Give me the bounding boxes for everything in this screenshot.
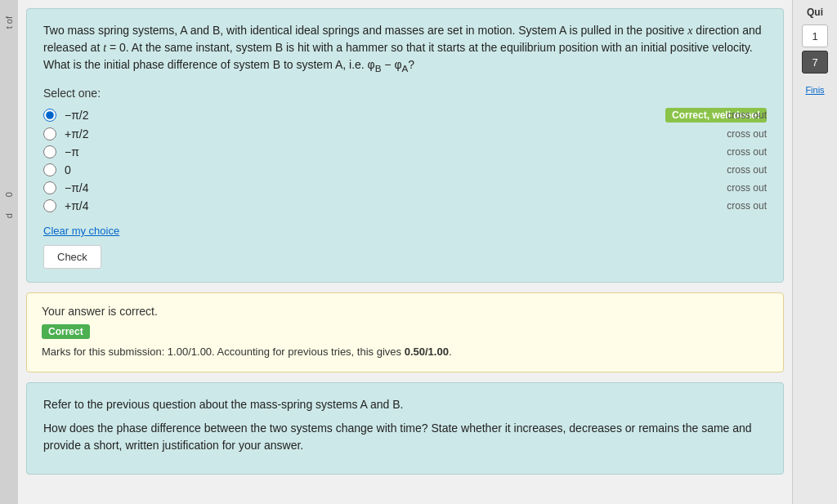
sidebar-finish[interactable]: Finis <box>802 85 827 95</box>
math-t: t <box>103 42 106 54</box>
left-strip-text2: 0 <box>4 192 14 197</box>
question-block: Two mass spring systems, A and B, with i… <box>26 8 784 283</box>
question-text: Two mass spring systems, A and B, with i… <box>43 22 767 75</box>
cross-out-6[interactable]: cross out <box>727 200 767 212</box>
option-label-3: −π <box>65 145 767 158</box>
option-radio-6[interactable] <box>43 199 56 212</box>
cross-out-2[interactable]: cross out <box>727 128 767 140</box>
option-radio-3[interactable] <box>43 145 56 158</box>
cross-out-4[interactable]: cross out <box>727 164 767 176</box>
left-strip: t of 0 d <box>0 0 18 504</box>
option-label-1: −π/2 <box>65 109 657 122</box>
phi-A-sub: A <box>402 63 409 74</box>
cross-out-5[interactable]: cross out <box>727 182 767 194</box>
option-row-4: 0 cross out <box>43 163 767 176</box>
clear-my-choice-button[interactable]: Clear my choice <box>43 225 119 237</box>
left-strip-text1: t of <box>4 16 14 29</box>
sidebar-item-7[interactable]: 7 <box>802 51 828 74</box>
option-label-5: −π/4 <box>65 181 767 194</box>
marks-dot: . <box>449 346 452 358</box>
option-row-1: −π/2 Correct, well done! cross out <box>43 108 767 123</box>
option-label-4: 0 <box>65 163 767 176</box>
left-strip-text3: d <box>4 213 14 218</box>
option-row-5: −π/4 cross out <box>43 181 767 194</box>
next-q-refer: Refer to the previous question about the… <box>43 396 767 413</box>
feedback-block: Your answer is correct. Correct Marks fo… <box>26 292 784 372</box>
option-row-2: +π/2 cross out <box>43 127 767 140</box>
option-label-2: +π/2 <box>65 127 767 140</box>
math-x: x <box>687 25 692 37</box>
correct-tag: Correct <box>42 324 90 339</box>
option-radio-1[interactable] <box>43 109 56 122</box>
next-question-block: Refer to the previous question about the… <box>26 382 784 475</box>
right-sidebar: Qui 1 7 Finis <box>792 0 837 504</box>
marks-strong: 0.50/1.00 <box>405 346 449 358</box>
feedback-correct-text: Your answer is correct. <box>42 305 768 318</box>
marks-text-prefix: Marks for this submission: 1.00/1.00. Ac… <box>42 346 405 358</box>
sidebar-item-1[interactable]: 1 <box>802 25 828 47</box>
option-radio-5[interactable] <box>43 181 56 194</box>
cross-out-1[interactable]: cross out <box>727 109 767 121</box>
next-q-question: How does the phase difference between th… <box>43 420 767 454</box>
option-radio-4[interactable] <box>43 163 56 176</box>
check-button[interactable]: Check <box>43 245 101 269</box>
select-one-label: Select one: <box>43 87 767 100</box>
option-row-3: −π cross out <box>43 145 767 158</box>
sidebar-title: Qui <box>807 7 823 18</box>
marks-text: Marks for this submission: 1.00/1.00. Ac… <box>42 344 768 360</box>
cross-out-3[interactable]: cross out <box>727 146 767 158</box>
main-content: Two mass spring systems, A and B, with i… <box>18 0 792 504</box>
option-label-6: +π/4 <box>65 199 767 212</box>
option-radio-2[interactable] <box>43 127 56 140</box>
phi-B-sub: B <box>375 63 382 74</box>
options-list: −π/2 Correct, well done! cross out +π/2 … <box>43 108 767 212</box>
option-row-6: +π/4 cross out <box>43 199 767 212</box>
